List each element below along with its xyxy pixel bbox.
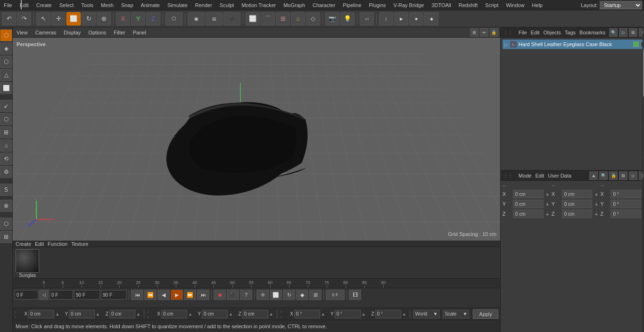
menu-select[interactable]: Select xyxy=(56,1,78,9)
obj-menu-bookmarks[interactable]: Bookmarks xyxy=(579,30,605,35)
menu-script[interactable]: Script xyxy=(481,1,502,9)
z-axis-button[interactable]: Z xyxy=(146,12,160,25)
attr-x-pos-arrow[interactable]: ▲ xyxy=(545,192,550,196)
vp-menu-filter[interactable]: Filter xyxy=(112,30,127,35)
mat-menu-create[interactable]: Create xyxy=(16,241,31,247)
attr-y-size-field[interactable]: 0 cm xyxy=(562,200,593,208)
sidebar-mode-btn-4[interactable]: ⬜ xyxy=(0,82,12,94)
menu-create[interactable]: Create xyxy=(33,1,56,9)
attr-y-pos-arrow[interactable]: ▲ xyxy=(545,202,550,206)
floor-button[interactable]: ▭ xyxy=(360,12,374,25)
x-axis-button[interactable]: X xyxy=(116,12,130,25)
menu-snap[interactable]: Snap xyxy=(117,1,137,9)
timeline-key-btn[interactable]: ◆ xyxy=(296,290,308,300)
timeline-grid-btn[interactable]: ⊞ xyxy=(309,290,322,300)
sidebar-tool-btn-1[interactable]: ⬡ xyxy=(0,113,12,125)
obj-menu-file[interactable]: File xyxy=(519,30,527,35)
size-y-arrow[interactable]: ▲ xyxy=(229,312,233,316)
menu-edit[interactable]: Edit xyxy=(16,1,33,9)
sidebar-tool-btn-3[interactable]: ⌂ xyxy=(0,139,12,152)
menu-3dtoall[interactable]: 3DTOAll xyxy=(428,1,454,9)
attr-x-rot-field[interactable]: 0 ° xyxy=(611,190,641,198)
scale-dropdown[interactable]: Scale ▼ xyxy=(443,310,469,318)
auto-key-button[interactable]: ⚫ xyxy=(227,290,239,300)
attr-menu-edit[interactable]: Edit xyxy=(535,173,544,178)
vp-menu-cameras[interactable]: Cameras xyxy=(33,30,58,35)
obj-menu-edit[interactable]: Edit xyxy=(531,30,540,35)
pos-y-input[interactable]: 0 cm xyxy=(69,310,95,318)
obj-menu-objects[interactable]: Objects xyxy=(544,30,561,35)
menu-simulate[interactable]: Simulate xyxy=(164,1,191,9)
sidebar-extra-btn-2[interactable]: ⬡ xyxy=(0,218,12,230)
menu-redshift[interactable]: Redshift xyxy=(455,1,481,9)
menu-motion-tracker[interactable]: Motion Tracker xyxy=(238,1,280,9)
viewport-arrows-btn[interactable]: ⇔ xyxy=(480,28,488,37)
goto-end-button[interactable]: ⏭ xyxy=(197,290,209,300)
sidebar-extra-btn-0[interactable]: S xyxy=(0,184,12,196)
obj-color-dot[interactable] xyxy=(633,41,639,47)
rot-x-input[interactable]: 0 ° xyxy=(294,310,320,318)
sidebar-tool-btn-0[interactable]: ↙ xyxy=(0,100,12,112)
play-button[interactable]: ▶ xyxy=(394,12,408,25)
object-button[interactable]: ⬡ xyxy=(165,12,182,25)
mat-menu-texture[interactable]: Texture xyxy=(71,241,88,247)
attr-search-icon[interactable]: 🔍 xyxy=(599,171,608,180)
sidebar-mode-btn-0[interactable]: ⬡ xyxy=(0,29,12,41)
world-dropdown[interactable]: World ▼ xyxy=(413,310,439,318)
menu-render[interactable]: Render xyxy=(191,1,216,9)
play-forward-button[interactable]: ▶ xyxy=(171,290,183,300)
obj-menu-tags[interactable]: Tags xyxy=(565,30,576,35)
attr-y-pos-field[interactable]: 0 cm xyxy=(513,200,544,208)
rot-x-arrow[interactable]: ▲ xyxy=(321,312,325,316)
redo-button[interactable]: ↷ xyxy=(17,12,31,25)
vp-menu-options[interactable]: Options xyxy=(86,30,108,35)
menu-animate[interactable]: Animate xyxy=(137,1,164,9)
transform-mode-button[interactable]: ⊕ xyxy=(97,12,111,25)
menu-window[interactable]: Window xyxy=(502,1,528,9)
camera-button[interactable]: 📷 xyxy=(325,12,339,25)
rot-z-input[interactable]: 0 ° xyxy=(375,310,401,318)
timeline-move-btn[interactable]: ✛ xyxy=(256,290,269,300)
attr-x-pos-field[interactable]: 0 cm xyxy=(513,190,544,198)
play-back-button[interactable]: ◀ xyxy=(157,290,170,300)
obj-panel-btn1[interactable]: ▷ xyxy=(619,28,627,37)
material-item[interactable]: Sunglas xyxy=(16,249,39,278)
render-region-button[interactable]: ▣ xyxy=(188,12,205,25)
menu-tools[interactable]: Tools xyxy=(77,1,97,9)
y-axis-button[interactable]: Y xyxy=(131,12,145,25)
scale-mode-button[interactable]: ⬜ xyxy=(66,12,81,25)
effector-button[interactable]: ◇ xyxy=(306,12,320,25)
frame-current-field[interactable]: 0 F xyxy=(50,290,73,300)
step-back-button[interactable]: ⏪ xyxy=(144,290,157,300)
menu-sculpt[interactable]: Sculpt xyxy=(216,1,238,9)
menu-vray[interactable]: V-Ray Bridge xyxy=(390,1,428,9)
key-button[interactable]: ◆ xyxy=(424,12,438,25)
menu-character[interactable]: Character xyxy=(309,1,339,9)
timeline-film-btn[interactable]: 🎞 xyxy=(349,290,361,300)
sidebar-tool-btn-2[interactable]: ⊞ xyxy=(0,126,12,138)
attr-z-pos-field[interactable]: 0 cm xyxy=(513,210,544,218)
sidebar-mode-btn-1[interactable]: ◈ xyxy=(0,42,12,55)
pos-z-arrow[interactable]: ▲ xyxy=(136,312,140,316)
cube-button[interactable]: ⬜ xyxy=(246,12,260,25)
size-x-input[interactable]: 0 cm xyxy=(161,310,187,318)
pos-z-input[interactable]: 0 cm xyxy=(109,310,135,318)
attr-y-size-arrow[interactable]: ▲ xyxy=(594,202,598,206)
attr-menu-userdata[interactable]: User Data xyxy=(548,173,571,178)
apply-button[interactable]: Apply xyxy=(473,309,498,319)
menu-pipeline[interactable]: Pipeline xyxy=(339,1,365,9)
size-x-arrow[interactable]: ▲ xyxy=(188,312,192,316)
vp-menu-panel[interactable]: Panel xyxy=(131,30,148,35)
attr-z-pos-arrow[interactable]: ▲ xyxy=(545,211,550,216)
sidebar-extra-btn-3[interactable]: ⊞ xyxy=(0,231,12,243)
mat-menu-edit[interactable]: Edit xyxy=(35,241,44,247)
stop-button[interactable]: ■ xyxy=(409,12,423,25)
rot-z-arrow[interactable]: ▲ xyxy=(402,312,406,316)
rotate-mode-button[interactable]: ↻ xyxy=(82,12,96,25)
select-mode-button[interactable]: ↖ xyxy=(36,12,50,25)
object-row-0[interactable]: ▷ L Hard Shell Leather Eyeglass Case Bla… xyxy=(503,40,644,49)
frame-prev-field-btn[interactable]: ◁ xyxy=(39,290,49,300)
rot-y-input[interactable]: 0 ° xyxy=(335,310,361,318)
menu-plugins[interactable]: Plugins xyxy=(365,1,389,9)
attr-z-rot-field[interactable]: 0 ° xyxy=(611,210,641,218)
